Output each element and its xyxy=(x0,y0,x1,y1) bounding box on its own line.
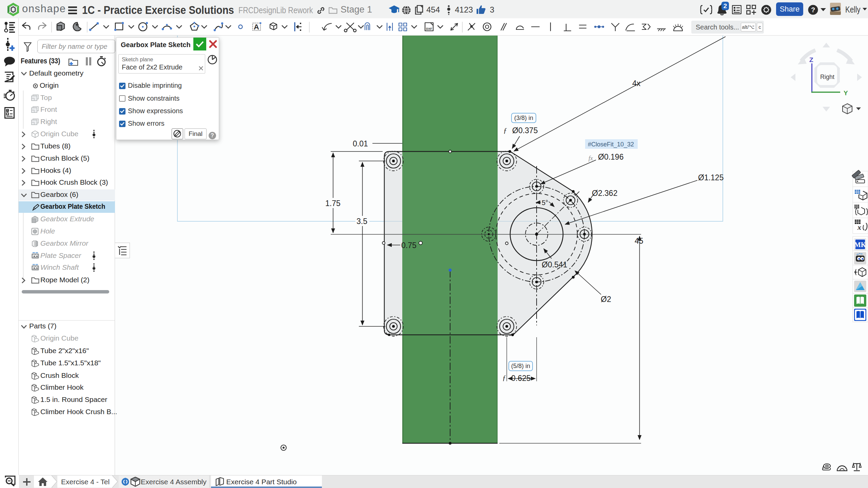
svg-text:4x: 4x xyxy=(632,79,641,88)
svg-text:Ø1.125: Ø1.125 xyxy=(698,173,724,182)
svg-text:Ø2.362: Ø2.362 xyxy=(592,189,617,198)
svg-text:1.75: 1.75 xyxy=(325,199,341,208)
svg-text:ƒ: ƒ xyxy=(503,126,507,135)
svg-text:Ø2: Ø2 xyxy=(601,295,611,304)
svg-text:(5/8) in: (5/8) in xyxy=(511,363,530,369)
svg-text:Ø0.375: Ø0.375 xyxy=(512,126,538,135)
svg-text:ƒ: ƒ xyxy=(502,374,506,382)
svg-text:(3/8) in: (3/8) in xyxy=(514,115,533,121)
svg-text:0.75: 0.75 xyxy=(401,241,417,250)
svg-text:0.01: 0.01 xyxy=(353,139,368,148)
svg-text:fx: fx xyxy=(589,155,593,162)
svg-text:MK: MK xyxy=(854,241,866,248)
svg-text:5°: 5° xyxy=(542,199,548,206)
svg-text:DXF: DXF xyxy=(426,27,432,30)
svg-text:2: 2 xyxy=(724,2,727,9)
svg-text:Y: Y xyxy=(844,89,848,97)
svg-text:Ø0.541: Ø0.541 xyxy=(542,260,567,269)
svg-text:?: ? xyxy=(811,6,815,14)
svg-text:A: A xyxy=(254,23,259,31)
svg-text:45: 45 xyxy=(635,237,643,245)
svg-text:0.625: 0.625 xyxy=(511,374,531,383)
svg-text:Ø0.196: Ø0.196 xyxy=(598,152,623,161)
svg-text:3.5: 3.5 xyxy=(356,217,367,226)
svg-text:Z: Z xyxy=(809,56,813,63)
svg-text:#CloseFit_10_32: #CloseFit_10_32 xyxy=(588,141,634,148)
svg-text:Right: Right xyxy=(820,74,834,80)
svg-text:x: x xyxy=(857,223,861,231)
